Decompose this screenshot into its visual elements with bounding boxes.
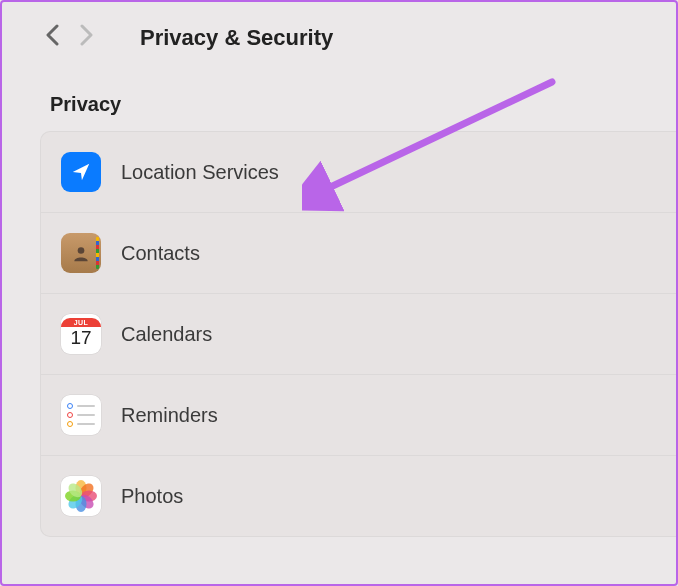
header: Privacy & Security [2,2,676,63]
list-item-label: Calendars [121,323,212,346]
list-item-label: Contacts [121,242,200,265]
svg-point-0 [78,247,85,254]
location-icon [61,152,101,192]
list-item-label: Reminders [121,404,218,427]
chevron-right-icon [80,24,94,46]
list-item-reminders[interactable]: Reminders [41,375,676,456]
back-button[interactable] [42,22,62,53]
section-label: Privacy [2,63,676,131]
forward-button[interactable] [77,22,97,53]
privacy-list: Location Services Contacts JUL 17 Calend… [40,131,676,537]
list-item-photos[interactable]: Photos [41,456,676,536]
chevron-left-icon [45,24,59,46]
list-item-calendars[interactable]: JUL 17 Calendars [41,294,676,375]
page-title: Privacy & Security [140,25,333,51]
list-item-label: Location Services [121,161,279,184]
list-item-location-services[interactable]: Location Services [41,132,676,213]
photos-icon [61,476,101,516]
reminders-icon [61,395,101,435]
calendar-icon: JUL 17 [61,314,101,354]
calendar-day: 17 [70,327,91,350]
calendar-month: JUL [61,318,101,327]
contacts-icon [61,233,101,273]
list-item-label: Photos [121,485,183,508]
list-item-contacts[interactable]: Contacts [41,213,676,294]
